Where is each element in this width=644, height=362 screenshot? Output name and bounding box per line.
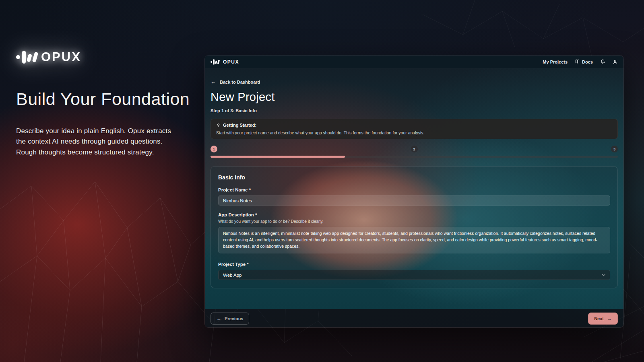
hero-panel: OPUX Build Your Foundation Describe your…: [16, 50, 193, 158]
next-button[interactable]: Next →: [588, 313, 618, 325]
app-description-textarea[interactable]: Nimbus Notes is an intelligent, minimali…: [218, 227, 610, 253]
nav-opux-logo-icon: [211, 59, 219, 64]
nav-my-projects-label: My Projects: [543, 60, 568, 64]
hero-title: Build Your Foundation: [16, 89, 193, 109]
lightbulb-icon: [216, 123, 221, 128]
previous-button-label: Previous: [225, 316, 243, 321]
tip-title: Getting Started:: [223, 123, 256, 128]
getting-started-tip: Getting Started: Start with your project…: [211, 119, 618, 139]
hero-description: Describe your idea in plain English. Opu…: [16, 126, 180, 158]
opux-wordmark: OPUX: [41, 50, 81, 64]
arrow-left-icon: ←: [217, 316, 221, 321]
previous-button[interactable]: ← Previous: [211, 313, 249, 325]
nav-opux-logo[interactable]: OPUX: [211, 56, 239, 68]
back-to-dashboard-label: Back to Dashboard: [220, 80, 260, 84]
step-circle-3: 3: [611, 146, 618, 152]
step-circle-2: 2: [411, 146, 418, 152]
bell-icon[interactable]: [600, 59, 605, 64]
book-icon: [575, 59, 580, 64]
opux-logo-icon: [16, 51, 37, 64]
step-circle-1: 1: [211, 146, 217, 152]
tip-body: Start with your project name and describ…: [216, 130, 612, 135]
progress-stepper: 1 2 3: [211, 146, 618, 158]
user-icon[interactable]: [613, 59, 618, 64]
app-top-nav: OPUX My Projects Docs: [205, 56, 623, 68]
basic-info-form-card: Basic Info Project Name * App Descriptio…: [211, 166, 618, 288]
progress-track: [211, 156, 618, 158]
wizard-footer: ← Previous Next →: [205, 309, 623, 327]
project-name-input[interactable]: [218, 195, 610, 206]
chevron-down-icon: [602, 274, 605, 276]
project-type-label: Project Type *: [218, 262, 610, 267]
form-heading: Basic Info: [218, 174, 610, 181]
app-description-helper: What do you want your app to do or be? D…: [218, 219, 610, 224]
arrow-left-icon: ←: [211, 79, 216, 85]
app-description-label: App Description *: [218, 212, 610, 217]
step-indicator: Step 1 of 3: Basic Info: [211, 108, 618, 113]
project-type-value: Web App: [223, 273, 242, 278]
arrow-right-icon: →: [607, 316, 612, 321]
app-window: OPUX My Projects Docs: [204, 55, 624, 328]
page-title: New Project: [211, 90, 618, 104]
nav-right-group: My Projects Docs: [543, 59, 618, 64]
progress-fill: [211, 156, 345, 158]
app-content: ← Back to Dashboard New Project Step 1 o…: [205, 68, 623, 309]
nav-opux-wordmark: OPUX: [223, 59, 239, 65]
nav-my-projects-link[interactable]: My Projects: [543, 60, 568, 64]
project-name-label: Project Name *: [218, 187, 610, 192]
back-to-dashboard-link[interactable]: ← Back to Dashboard: [211, 79, 260, 85]
nav-docs-link[interactable]: Docs: [575, 59, 593, 64]
nav-docs-label: Docs: [582, 60, 593, 64]
opux-logo: OPUX: [16, 50, 81, 64]
next-button-label: Next: [594, 316, 604, 321]
project-type-select[interactable]: Web App: [218, 270, 610, 280]
